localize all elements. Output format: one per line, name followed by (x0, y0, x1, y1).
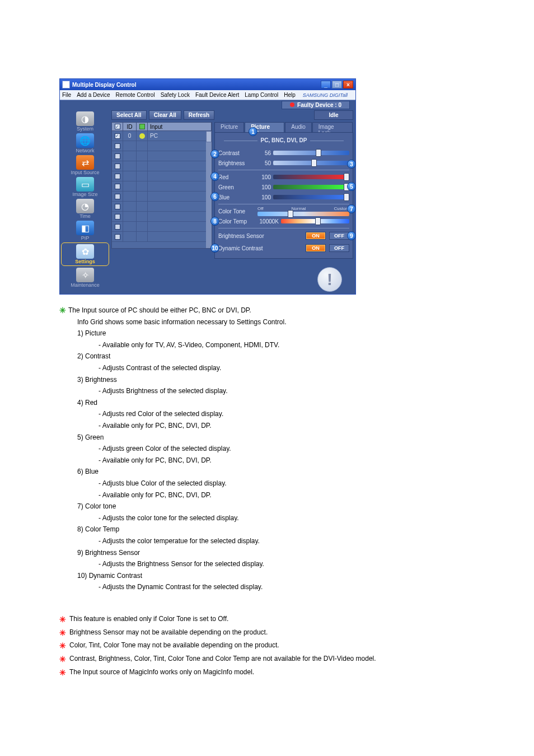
col-check[interactable]: ✓ (112, 123, 123, 130)
titlebar: Multiple Display Control _ □ × (60, 79, 355, 90)
color-temp-label: Color Temp (218, 218, 257, 225)
red-star-icon: ✳ (59, 668, 66, 677)
table-row[interactable] (112, 232, 212, 242)
row-input (148, 202, 212, 211)
explain-line: - Adjusts Contrast of the selected displ… (59, 363, 475, 374)
col-input[interactable]: Input (148, 123, 212, 130)
sidebar-item-image-size[interactable]: ▭Image Size (61, 177, 109, 197)
scrollbar[interactable] (206, 131, 212, 248)
table-row[interactable] (112, 192, 212, 202)
note-line: ✳Contrast, Brightness, Color, Tint, Colo… (59, 654, 475, 666)
brand-label: SAMSUNG DIGITall (303, 92, 348, 98)
input-icon: ⇄ (76, 155, 94, 170)
row-checkbox[interactable] (112, 212, 123, 221)
row-checkbox[interactable] (112, 171, 123, 181)
row-lamp (137, 141, 148, 151)
minimize-button[interactable]: _ (321, 81, 331, 88)
sidebar-item-network[interactable]: 🌐Network (61, 133, 109, 153)
menu-help[interactable]: Help (284, 92, 296, 98)
col-lamp[interactable] (137, 123, 148, 130)
scroll-thumb[interactable] (206, 131, 212, 142)
status-row: Faulty Device : 0 (60, 100, 355, 109)
row-checkbox[interactable] (112, 222, 123, 231)
row-id (123, 232, 137, 241)
color-tone-slider[interactable] (257, 212, 349, 216)
row-checkbox[interactable] (112, 151, 123, 161)
row-lamp (137, 131, 148, 141)
menu-remote-control[interactable]: Remote Control (116, 92, 155, 98)
table-row[interactable]: ✓0PC (112, 131, 212, 141)
menu-fault-alert[interactable]: Fault Device Alert (195, 92, 239, 98)
green-slider[interactable] (273, 185, 349, 189)
maximize-button[interactable]: □ (332, 81, 342, 88)
color-temp-slider[interactable] (281, 219, 349, 223)
red-value: 100 (257, 174, 271, 180)
menu-file[interactable]: File (62, 92, 71, 98)
row-checkbox[interactable] (112, 181, 123, 191)
brightness-sensor-off[interactable]: OFF (329, 232, 349, 240)
row-lamp (137, 161, 148, 171)
tab-picture[interactable]: Picture (214, 122, 244, 132)
explain-line: 8) Color Temp (59, 524, 475, 535)
explain-line: 9) Brightness Sensor (59, 548, 475, 558)
callout-2: 2 (210, 150, 219, 158)
col-id[interactable]: ID (123, 123, 137, 130)
input-source-label: PC, BNC, DVI, DP (261, 137, 307, 143)
sidebar-item-input-source[interactable]: ⇄Input Source (61, 155, 109, 175)
explain-line: - Adjusts Brightness of the selected dis… (59, 386, 475, 396)
faulty-device-text: Faulty Device : 0 (297, 102, 341, 108)
explanation-text: ✳The Input source of PC should be either… (59, 305, 475, 679)
tab-image-lock[interactable]: Image Lock (312, 122, 353, 132)
explain-line: - Adjusts red Color of the selected disp… (59, 409, 475, 419)
table-row[interactable] (112, 171, 212, 181)
red-star-icon: ✳ (59, 615, 66, 624)
dynamic-contrast-off[interactable]: OFF (329, 244, 349, 252)
sidebar-item-settings[interactable]: ✿Settings (61, 242, 109, 266)
green-value: 100 (257, 184, 271, 190)
red-star-icon: ✳ (59, 628, 66, 637)
menu-safety-lock[interactable]: Safety Lock (161, 92, 190, 98)
refresh-button[interactable]: Refresh (184, 110, 214, 120)
row-lamp (137, 171, 148, 181)
clear-all-button[interactable]: Clear All (149, 110, 181, 120)
menu-lamp-control[interactable]: Lamp Control (245, 92, 278, 98)
red-slider[interactable] (273, 175, 349, 179)
table-row[interactable] (112, 181, 212, 192)
row-checkbox[interactable] (112, 161, 123, 171)
table-row[interactable] (112, 222, 212, 232)
row-checkbox[interactable] (112, 141, 123, 151)
table-row[interactable] (112, 202, 212, 212)
idle-status: Idle (314, 110, 353, 120)
green-label: Green (218, 184, 257, 190)
row-checkbox[interactable] (112, 192, 123, 201)
row-lamp (137, 232, 148, 241)
brightness-slider[interactable] (273, 161, 349, 165)
sidebar-item-maintenance[interactable]: ✧Maintenance (61, 268, 109, 288)
table-row[interactable] (112, 151, 212, 161)
dynamic-contrast-on[interactable]: ON (306, 244, 326, 252)
clock-icon: ◔ (76, 199, 94, 213)
row-input (148, 141, 212, 151)
sidebar-item-time[interactable]: ◔Time (61, 199, 109, 219)
close-button[interactable]: × (343, 81, 353, 88)
tab-audio[interactable]: Audio (285, 122, 312, 132)
note-line: ✳Color, Tint, Color Tone may not be avai… (59, 640, 475, 652)
blue-slider[interactable] (273, 195, 349, 199)
row-checkbox[interactable] (112, 232, 123, 241)
contrast-slider[interactable] (273, 151, 349, 155)
select-all-button[interactable]: Select All (111, 110, 147, 120)
red-star-icon: ✳ (59, 641, 66, 650)
red-label: Red (218, 174, 257, 180)
row-input (148, 171, 212, 181)
row-checkbox[interactable] (112, 202, 123, 211)
note-line: ✳The Input source of MagicInfo works onl… (59, 667, 475, 679)
table-row[interactable] (112, 161, 212, 171)
sidebar-item-system[interactable]: ◑System (61, 111, 109, 132)
menu-add-device[interactable]: Add a Device (77, 92, 110, 98)
row-checkbox[interactable]: ✓ (112, 131, 123, 141)
callout-7: 7 (347, 204, 356, 213)
sidebar-item-pip[interactable]: ◧PIP (61, 221, 109, 241)
brightness-sensor-on[interactable]: ON (306, 232, 326, 240)
table-row[interactable] (112, 141, 212, 151)
table-row[interactable] (112, 212, 212, 222)
